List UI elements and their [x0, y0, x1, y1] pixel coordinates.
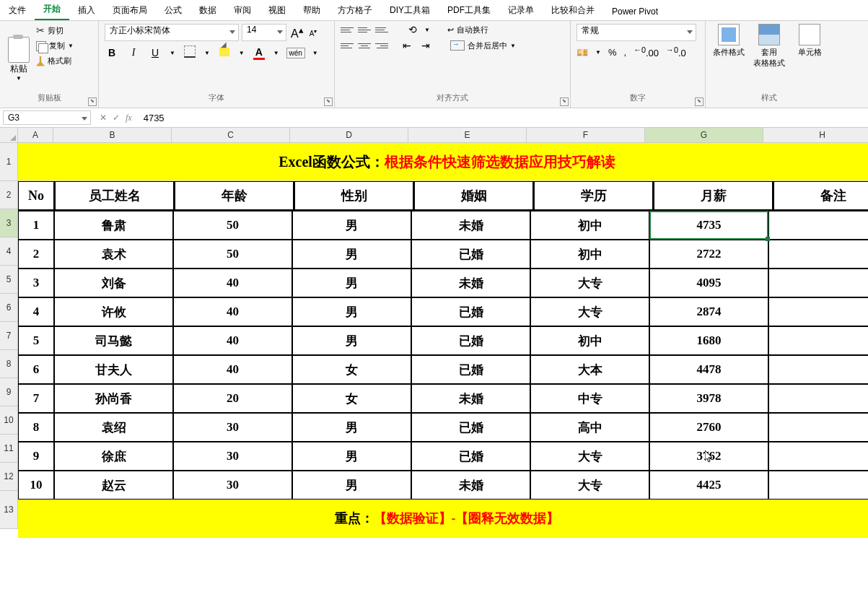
data-cell[interactable] [768, 471, 868, 499]
data-cell[interactable]: 许攸 [54, 297, 173, 326]
italic-button[interactable]: I [126, 47, 141, 58]
underline-button[interactable]: U [148, 47, 162, 58]
accept-formula-button[interactable]: ✓ [113, 113, 120, 123]
col-header-F[interactable]: F [527, 128, 645, 143]
data-cell[interactable]: 大专 [530, 442, 649, 471]
menu-item-1[interactable]: 开始 [35, 0, 69, 20]
data-cell[interactable]: 已婚 [411, 355, 530, 384]
menu-item-0[interactable]: 文件 [0, 1, 35, 20]
data-cell[interactable]: 男 [292, 269, 411, 297]
data-cell[interactable]: 4095 [649, 269, 768, 297]
data-cell[interactable]: 大专 [530, 471, 649, 499]
font-name-select[interactable]: 方正小标宋简体 [105, 24, 239, 41]
menu-item-12[interactable]: 记录单 [499, 1, 543, 20]
row-header-9[interactable]: 9 [0, 378, 18, 406]
select-all-corner[interactable] [0, 128, 18, 143]
data-cell[interactable]: 未婚 [411, 211, 530, 240]
data-cell[interactable]: 初中 [530, 326, 649, 355]
data-cell[interactable]: 4478 [649, 355, 768, 384]
data-cell[interactable]: 初中 [530, 240, 649, 269]
data-cell[interactable]: 男 [292, 240, 411, 269]
decrease-indent-button[interactable]: ⇤ [400, 40, 414, 51]
data-cell[interactable]: 30 [173, 442, 292, 471]
data-cell[interactable]: 男 [292, 442, 411, 471]
menu-item-9[interactable]: 方方格子 [329, 1, 381, 20]
paste-button[interactable]: 粘贴 ▼ [6, 24, 32, 82]
font-color-button[interactable]: A [252, 46, 266, 60]
data-cell[interactable]: 7 [18, 384, 54, 413]
conditional-format-button[interactable]: 条件格式 [711, 24, 746, 69]
row-header-13[interactable]: 13 [0, 491, 18, 529]
data-cell[interactable]: 40 [173, 269, 292, 297]
fx-button[interactable]: fx [126, 113, 132, 123]
align-right-button[interactable] [375, 40, 388, 51]
fill-color-button[interactable] [217, 47, 232, 58]
data-cell[interactable]: 男 [292, 297, 411, 326]
row-header-10[interactable]: 10 [0, 406, 18, 435]
align-middle-button[interactable] [358, 24, 371, 35]
col-header-D[interactable]: D [290, 128, 408, 143]
comma-button[interactable]: , [623, 47, 626, 58]
data-cell[interactable]: 5 [18, 326, 54, 355]
percent-button[interactable]: % [608, 47, 617, 58]
col-header-G[interactable]: G [645, 128, 763, 143]
merge-center-button[interactable]: 合并后居中▼ [450, 40, 516, 51]
menu-item-5[interactable]: 数据 [190, 1, 225, 20]
data-cell[interactable]: 2 [18, 240, 54, 269]
data-cell[interactable]: 刘备 [54, 269, 173, 297]
data-cell[interactable]: 男 [292, 471, 411, 499]
menu-item-2[interactable]: 插入 [69, 1, 104, 20]
header-cell[interactable]: 性别 [294, 181, 414, 211]
menu-item-3[interactable]: 页面布局 [104, 1, 156, 20]
data-cell[interactable]: 已婚 [411, 442, 530, 471]
name-box[interactable]: G3 [3, 110, 91, 125]
data-cell[interactable]: 4425 [649, 471, 768, 499]
decrease-font-button[interactable]: A▾ [308, 27, 319, 38]
data-cell[interactable]: 甘夫人 [54, 355, 173, 384]
header-cell[interactable]: 备注 [773, 181, 868, 211]
data-cell[interactable]: 3 [18, 269, 54, 297]
data-cell[interactable]: 鲁肃 [54, 211, 173, 240]
row-header-5[interactable]: 5 [0, 266, 18, 294]
menu-item-11[interactable]: PDF工具集 [439, 1, 499, 20]
data-cell[interactable]: 赵云 [54, 471, 173, 499]
data-cell[interactable]: 中专 [530, 384, 649, 413]
phonetic-button[interactable]: wén [286, 48, 305, 58]
data-cell[interactable] [768, 442, 868, 471]
data-cell[interactable]: 袁绍 [54, 413, 173, 442]
data-cell[interactable]: 徐庶 [54, 442, 173, 471]
data-cell[interactable]: 4 [18, 297, 54, 326]
align-left-button[interactable] [341, 40, 354, 51]
data-cell[interactable]: 女 [292, 384, 411, 413]
align-bottom-button[interactable] [375, 24, 388, 35]
increase-indent-button[interactable]: ⇥ [418, 40, 433, 51]
data-cell[interactable]: 司马懿 [54, 326, 173, 355]
header-cell[interactable]: 婚姻 [414, 181, 534, 211]
data-cell[interactable] [768, 240, 868, 269]
data-cell[interactable]: 40 [173, 297, 292, 326]
data-cell[interactable]: 2722 [649, 240, 768, 269]
data-cell[interactable] [768, 326, 868, 355]
data-cell[interactable]: 30 [173, 471, 292, 499]
decrease-decimal-button[interactable]: →0.0 [666, 45, 686, 58]
data-cell[interactable]: 3978 [649, 384, 768, 413]
data-cell[interactable]: 50 [173, 211, 292, 240]
data-cell[interactable]: 孙尚香 [54, 384, 173, 413]
col-header-C[interactable]: C [172, 128, 290, 143]
data-cell[interactable]: 2760 [649, 413, 768, 442]
data-cell[interactable] [768, 269, 868, 297]
wrap-text-button[interactable]: ↩自动换行 [447, 25, 488, 35]
border-button[interactable] [183, 45, 197, 60]
copy-button[interactable]: 复制▼ [35, 40, 75, 52]
header-cell[interactable]: 学历 [534, 181, 654, 211]
data-cell[interactable]: 女 [292, 355, 411, 384]
menu-item-8[interactable]: 帮助 [294, 1, 329, 20]
data-cell[interactable]: 高中 [530, 413, 649, 442]
row-header-2[interactable]: 2 [0, 181, 18, 209]
align-launcher[interactable]: ⬊ [560, 97, 569, 106]
data-cell[interactable] [768, 211, 868, 240]
increase-decimal-button[interactable]: ←0.00 [634, 45, 659, 58]
data-cell[interactable]: 20 [173, 384, 292, 413]
data-cell[interactable] [768, 355, 868, 384]
increase-font-button[interactable]: A▴ [289, 25, 305, 40]
